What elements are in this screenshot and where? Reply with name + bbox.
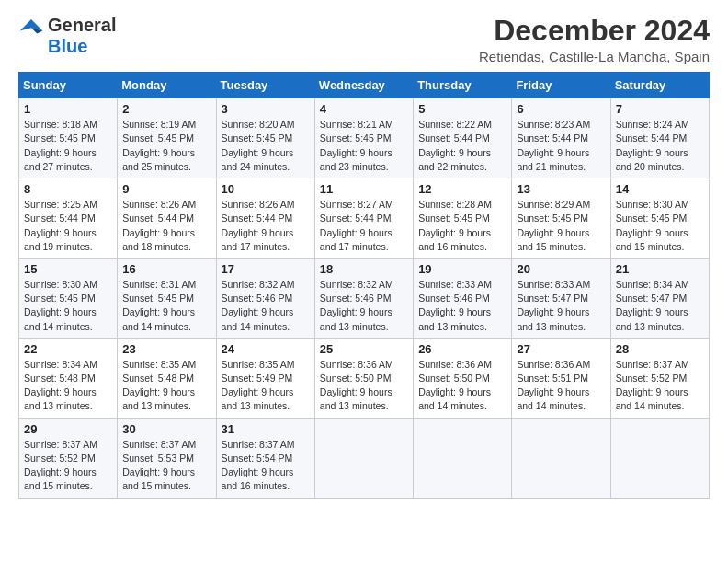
day-info: Sunrise: 8:24 AM Sunset: 5:44 PM Dayligh… [616, 118, 704, 174]
logo-general: General [48, 15, 116, 36]
calendar-cell: 1Sunrise: 8:18 AM Sunset: 5:45 PM Daylig… [19, 98, 118, 178]
day-number: 28 [616, 342, 704, 356]
calendar-cell: 30Sunrise: 8:37 AM Sunset: 5:53 PM Dayli… [118, 418, 216, 498]
day-number: 22 [24, 342, 112, 356]
calendar-cell: 11Sunrise: 8:27 AM Sunset: 5:44 PM Dayli… [314, 178, 413, 259]
page-subtitle: Retiendas, Castille-La Mancha, Spain [479, 49, 710, 64]
calendar-week-row: 15Sunrise: 8:30 AM Sunset: 5:45 PM Dayli… [19, 258, 710, 338]
day-number: 15 [24, 262, 112, 276]
calendar-cell [414, 418, 512, 498]
calendar-week-row: 29Sunrise: 8:37 AM Sunset: 5:52 PM Dayli… [19, 418, 710, 498]
calendar-cell: 27Sunrise: 8:36 AM Sunset: 5:51 PM Dayli… [512, 338, 610, 418]
calendar-cell: 31Sunrise: 8:37 AM Sunset: 5:54 PM Dayli… [216, 418, 314, 498]
calendar-cell: 24Sunrise: 8:35 AM Sunset: 5:49 PM Dayli… [216, 338, 314, 418]
header: General Blue December 2024 Retiendas, Ca… [18, 15, 710, 64]
day-of-week-header: Tuesday [216, 73, 314, 98]
calendar-cell: 29Sunrise: 8:37 AM Sunset: 5:52 PM Dayli… [19, 418, 118, 498]
day-info: Sunrise: 8:25 AM Sunset: 5:44 PM Dayligh… [24, 198, 112, 254]
day-number: 6 [517, 102, 605, 116]
day-info: Sunrise: 8:26 AM Sunset: 5:44 PM Dayligh… [222, 198, 310, 254]
calendar-week-row: 8Sunrise: 8:25 AM Sunset: 5:44 PM Daylig… [19, 178, 710, 259]
calendar-cell: 12Sunrise: 8:28 AM Sunset: 5:45 PM Dayli… [414, 178, 512, 259]
logo: General Blue [18, 15, 116, 57]
calendar-cell: 23Sunrise: 8:35 AM Sunset: 5:48 PM Dayli… [118, 338, 216, 418]
day-of-week-header: Friday [512, 73, 610, 98]
calendar-cell [314, 418, 413, 498]
calendar-cell: 13Sunrise: 8:29 AM Sunset: 5:45 PM Dayli… [512, 178, 610, 259]
day-number: 20 [517, 262, 605, 276]
day-number: 13 [517, 182, 605, 196]
calendar-cell: 9Sunrise: 8:26 AM Sunset: 5:44 PM Daylig… [118, 178, 216, 259]
day-number: 4 [320, 102, 408, 116]
day-info: Sunrise: 8:37 AM Sunset: 5:52 PM Dayligh… [616, 358, 704, 414]
day-info: Sunrise: 8:36 AM Sunset: 5:50 PM Dayligh… [418, 358, 506, 414]
day-info: Sunrise: 8:36 AM Sunset: 5:50 PM Dayligh… [320, 358, 408, 414]
day-number: 26 [418, 342, 506, 356]
calendar-cell: 16Sunrise: 8:31 AM Sunset: 5:45 PM Dayli… [118, 258, 216, 338]
calendar-cell: 22Sunrise: 8:34 AM Sunset: 5:48 PM Dayli… [19, 338, 118, 418]
day-of-week-header: Sunday [19, 73, 118, 98]
day-number: 5 [418, 102, 506, 116]
day-info: Sunrise: 8:27 AM Sunset: 5:44 PM Dayligh… [320, 198, 408, 254]
calendar-cell: 6Sunrise: 8:23 AM Sunset: 5:44 PM Daylig… [512, 98, 610, 178]
calendar-body: 1Sunrise: 8:18 AM Sunset: 5:45 PM Daylig… [19, 98, 710, 498]
day-of-week-header: Saturday [610, 73, 709, 98]
calendar-cell: 26Sunrise: 8:36 AM Sunset: 5:50 PM Dayli… [414, 338, 512, 418]
calendar-header-row: SundayMondayTuesdayWednesdayThursdayFrid… [19, 73, 710, 98]
day-number: 17 [222, 262, 310, 276]
day-number: 7 [616, 102, 704, 116]
calendar-cell: 10Sunrise: 8:26 AM Sunset: 5:44 PM Dayli… [216, 178, 314, 259]
svg-marker-0 [20, 19, 43, 30]
day-number: 1 [24, 102, 112, 116]
day-info: Sunrise: 8:32 AM Sunset: 5:46 PM Dayligh… [320, 278, 408, 334]
day-number: 21 [616, 262, 704, 276]
day-of-week-header: Wednesday [314, 73, 413, 98]
day-info: Sunrise: 8:23 AM Sunset: 5:44 PM Dayligh… [517, 118, 605, 174]
logo-blue: Blue [48, 36, 87, 57]
day-number: 3 [222, 102, 310, 116]
calendar-week-row: 22Sunrise: 8:34 AM Sunset: 5:48 PM Dayli… [19, 338, 710, 418]
day-of-week-header: Monday [118, 73, 216, 98]
day-number: 24 [222, 342, 310, 356]
calendar-cell: 21Sunrise: 8:34 AM Sunset: 5:47 PM Dayli… [610, 258, 709, 338]
day-info: Sunrise: 8:37 AM Sunset: 5:52 PM Dayligh… [24, 438, 112, 494]
day-number: 19 [418, 262, 506, 276]
day-info: Sunrise: 8:37 AM Sunset: 5:53 PM Dayligh… [122, 438, 210, 494]
day-info: Sunrise: 8:33 AM Sunset: 5:46 PM Dayligh… [418, 278, 506, 334]
calendar-cell: 20Sunrise: 8:33 AM Sunset: 5:47 PM Dayli… [512, 258, 610, 338]
logo-icon [18, 17, 44, 34]
day-number: 27 [517, 342, 605, 356]
calendar-cell: 8Sunrise: 8:25 AM Sunset: 5:44 PM Daylig… [19, 178, 118, 259]
day-number: 14 [616, 182, 704, 196]
page-title: December 2024 [479, 15, 710, 47]
day-number: 18 [320, 262, 408, 276]
calendar-cell: 17Sunrise: 8:32 AM Sunset: 5:46 PM Dayli… [216, 258, 314, 338]
day-info: Sunrise: 8:18 AM Sunset: 5:45 PM Dayligh… [24, 118, 112, 174]
day-info: Sunrise: 8:32 AM Sunset: 5:46 PM Dayligh… [222, 278, 310, 334]
calendar-table: SundayMondayTuesdayWednesdayThursdayFrid… [18, 72, 710, 498]
day-of-week-header: Thursday [414, 73, 512, 98]
calendar-cell: 19Sunrise: 8:33 AM Sunset: 5:46 PM Dayli… [414, 258, 512, 338]
day-info: Sunrise: 8:37 AM Sunset: 5:54 PM Dayligh… [222, 438, 310, 494]
day-number: 12 [418, 182, 506, 196]
day-number: 16 [122, 262, 210, 276]
title-area: December 2024 Retiendas, Castille-La Man… [479, 15, 710, 64]
calendar-cell: 5Sunrise: 8:22 AM Sunset: 5:44 PM Daylig… [414, 98, 512, 178]
day-number: 31 [222, 422, 310, 436]
day-info: Sunrise: 8:21 AM Sunset: 5:45 PM Dayligh… [320, 118, 408, 174]
day-info: Sunrise: 8:22 AM Sunset: 5:44 PM Dayligh… [418, 118, 506, 174]
day-number: 8 [24, 182, 112, 196]
calendar-cell [610, 418, 709, 498]
calendar-cell: 25Sunrise: 8:36 AM Sunset: 5:50 PM Dayli… [314, 338, 413, 418]
calendar-week-row: 1Sunrise: 8:18 AM Sunset: 5:45 PM Daylig… [19, 98, 710, 178]
day-number: 29 [24, 422, 112, 436]
day-number: 10 [222, 182, 310, 196]
day-info: Sunrise: 8:30 AM Sunset: 5:45 PM Dayligh… [616, 198, 704, 254]
day-info: Sunrise: 8:35 AM Sunset: 5:49 PM Dayligh… [222, 358, 310, 414]
day-number: 11 [320, 182, 408, 196]
day-info: Sunrise: 8:26 AM Sunset: 5:44 PM Dayligh… [122, 198, 210, 254]
calendar-cell: 28Sunrise: 8:37 AM Sunset: 5:52 PM Dayli… [610, 338, 709, 418]
calendar-cell: 7Sunrise: 8:24 AM Sunset: 5:44 PM Daylig… [610, 98, 709, 178]
day-info: Sunrise: 8:35 AM Sunset: 5:48 PM Dayligh… [122, 358, 210, 414]
calendar-cell: 3Sunrise: 8:20 AM Sunset: 5:45 PM Daylig… [216, 98, 314, 178]
